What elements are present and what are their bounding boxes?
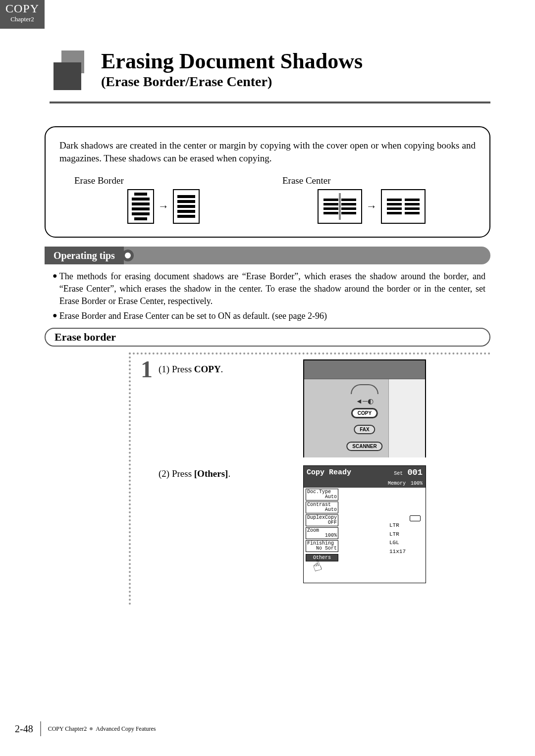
- copy-button[interactable]: COPY: [351, 408, 378, 418]
- step2-text: (2) Press [Others].: [159, 468, 230, 479]
- title-rule: [50, 101, 490, 103]
- footer-crumb1: COPY Chapter2: [48, 725, 87, 733]
- chapter-tab-sub: Chapter2: [0, 15, 45, 23]
- intro-text: Dark shadows are created in the center o…: [59, 139, 476, 164]
- dot-icon: [90, 727, 93, 730]
- operating-tips-title: Operating tips: [45, 247, 124, 264]
- bullet-icon: ●: [53, 310, 57, 322]
- page-footer: 2-48 COPY Chapter2 Advanced Copy Feature…: [15, 721, 490, 736]
- arrow-icon: →: [366, 200, 377, 213]
- title-block: Erasing Document Shadows (Erase Border/E…: [50, 49, 490, 90]
- erase-border-label: Erase Border: [74, 175, 268, 186]
- dotted-line-horizontal: [129, 353, 490, 354]
- arrow-icon: →: [158, 200, 169, 213]
- operating-tips-body: ●The methods for erasing document shadow…: [53, 270, 485, 324]
- page-number: 2-48: [15, 723, 33, 735]
- bullet-icon: ●: [53, 270, 57, 308]
- erase-border-diagram: →: [59, 189, 268, 224]
- erase-center-label: Erase Center: [282, 175, 476, 186]
- intro-box: Dark shadows are created in the center o…: [45, 126, 490, 238]
- lcd-set-count: 001: [407, 468, 423, 477]
- lcd-memory-pct: 100%: [411, 481, 423, 486]
- step-number: 1: [141, 355, 153, 383]
- tip-text: Erase Border and Erase Center can be set…: [59, 310, 327, 322]
- chapter-tab: COPY Chapter2: [0, 0, 45, 29]
- lcd-row-zoom[interactable]: Zoom100%: [306, 527, 338, 539]
- erase-center-diagram: →: [268, 189, 476, 224]
- lcd-set-label: Set: [394, 471, 403, 476]
- operating-tips-header: Operating tips: [45, 247, 490, 264]
- device-panel: ◄─◐ COPY FAX SCANNER: [303, 359, 426, 457]
- dial-indicator-icon: ◄─◐: [356, 397, 374, 405]
- lcd-row-finishing[interactable]: FinishingNo Sort: [306, 540, 338, 552]
- lcd-row-contrast[interactable]: ContrastAuto: [306, 502, 338, 513]
- lcd-screen: Copy Ready Set 001 Memory 100% Doc.TypeA…: [303, 465, 426, 583]
- footer-crumb2: Advanced Copy Features: [96, 725, 156, 733]
- dotted-line-vertical: [129, 353, 131, 605]
- lcd-row-duplex[interactable]: DuplexCopyOFF: [306, 514, 338, 526]
- step1-text: (1) Press COPY.: [159, 364, 223, 375]
- chapter-tab-title: COPY: [0, 2, 45, 15]
- circle-icon: [122, 250, 134, 261]
- title-icon: [50, 49, 89, 88]
- lcd-paper-sizes: LTR LTR LGL 11x17: [389, 521, 406, 556]
- lcd-row-doctype[interactable]: Doc.TypeAuto: [306, 489, 338, 501]
- section-header: Erase border: [45, 328, 490, 347]
- footer-divider: [40, 721, 41, 736]
- dial-arc-icon: [351, 384, 378, 394]
- lcd-memory-label: Memory: [388, 481, 406, 486]
- fax-button[interactable]: FAX: [354, 425, 375, 434]
- scanner-button[interactable]: SCANNER: [346, 442, 382, 451]
- tip-text: The methods for erasing document shadows…: [59, 270, 485, 308]
- lcd-title: Copy Ready: [307, 468, 351, 477]
- lcd-tray-icon: [410, 515, 421, 521]
- page-title: Erasing Document Shadows: [101, 49, 363, 74]
- page-subtitle: (Erase Border/Erase Center): [101, 74, 363, 90]
